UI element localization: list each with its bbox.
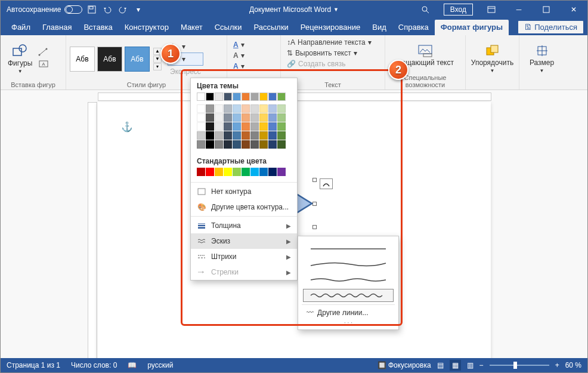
view-print-icon[interactable]: ▦	[450, 360, 461, 371]
theme-color-swatch[interactable]	[277, 93, 286, 101]
style-preset-2[interactable]: Абв	[97, 47, 122, 72]
tab-mailings[interactable]: Рассылки	[247, 20, 294, 35]
resize-handle-ne[interactable]	[312, 178, 317, 182]
theme-shade-swatch[interactable]	[206, 113, 214, 122]
tab-insert[interactable]: Вставка	[78, 20, 118, 35]
sketch-option-3[interactable]	[303, 273, 394, 286]
standard-color-swatch[interactable]	[206, 168, 214, 176]
theme-shade-swatch[interactable]	[242, 140, 250, 149]
theme-shade-swatch[interactable]	[206, 104, 214, 113]
qat-dropdown-icon[interactable]: ▾	[132, 4, 144, 16]
theme-shade-swatch[interactable]	[242, 131, 250, 140]
theme-shade-swatch[interactable]	[206, 131, 214, 140]
theme-shade-swatch[interactable]	[206, 122, 214, 131]
theme-shade-swatch[interactable]	[268, 122, 277, 131]
login-button[interactable]: Вход	[444, 4, 473, 16]
sketch-option-2[interactable]	[303, 258, 394, 271]
more-colors-item[interactable]: 🎨Другие цвета контура...	[191, 199, 297, 215]
tab-design[interactable]: Конструктор	[119, 20, 175, 35]
standard-color-swatch[interactable]	[250, 168, 259, 176]
theme-shade-swatch[interactable]	[268, 113, 277, 122]
theme-shade-swatch[interactable]	[268, 140, 277, 149]
theme-shade-swatch[interactable]	[268, 104, 277, 113]
theme-shade-swatch[interactable]	[197, 122, 205, 131]
arrange-button[interactable]: Упорядочить▼	[468, 43, 517, 75]
autosave-toggle[interactable]	[64, 5, 82, 14]
create-link-button[interactable]: 🔗 Создать связь	[284, 59, 348, 69]
focus-mode-button[interactable]: 🔲 Фокусировка	[377, 361, 431, 369]
theme-shade-swatch[interactable]	[197, 113, 205, 122]
shapes-button[interactable]: Фигуры▼	[4, 42, 36, 75]
search-icon[interactable]	[411, 1, 439, 19]
close-icon[interactable]: ✕	[560, 1, 587, 19]
theme-shade-swatch[interactable]	[224, 104, 232, 113]
theme-shade-swatch[interactable]	[250, 122, 259, 131]
standard-color-swatch[interactable]	[197, 168, 205, 176]
vertical-ruler[interactable]	[88, 102, 97, 358]
zoom-level[interactable]: 60 %	[565, 361, 581, 369]
tab-review[interactable]: Рецензирование	[295, 20, 366, 35]
theme-shade-swatch[interactable]	[233, 122, 241, 131]
view-read-icon[interactable]: ▤	[437, 361, 444, 369]
save-icon[interactable]	[86, 4, 98, 16]
theme-color-swatch[interactable]	[215, 93, 223, 101]
standard-color-swatch[interactable]	[224, 168, 232, 176]
theme-shade-swatch[interactable]	[277, 113, 286, 122]
edit-shape-icon[interactable]	[38, 48, 50, 58]
tab-shape-format[interactable]: Формат фигуры	[435, 20, 509, 35]
theme-shade-swatch[interactable]	[206, 140, 214, 149]
tab-view[interactable]: Вид	[366, 20, 392, 35]
redo-icon[interactable]	[117, 4, 129, 16]
zoom-out-icon[interactable]: −	[479, 361, 484, 369]
ribbon-mode-icon[interactable]	[478, 1, 505, 19]
maximize-icon[interactable]	[533, 1, 560, 19]
theme-shade-swatch[interactable]	[277, 104, 286, 113]
weight-item[interactable]: Толщина▶	[191, 218, 297, 233]
theme-shade-swatch[interactable]	[259, 104, 268, 113]
no-outline-item[interactable]: Нет контура	[191, 184, 297, 199]
layout-options-icon[interactable]	[320, 178, 333, 189]
share-button[interactable]: 🖻Поделиться	[518, 20, 584, 34]
theme-shade-swatch[interactable]	[250, 113, 259, 122]
theme-shade-swatch[interactable]	[224, 131, 232, 140]
status-spellcheck-icon[interactable]: 📖	[128, 361, 137, 369]
wordart-fill-icon[interactable]: A ▾	[231, 40, 247, 50]
theme-shade-swatch[interactable]	[224, 122, 232, 131]
theme-shade-swatch[interactable]	[197, 140, 205, 149]
standard-color-swatch[interactable]	[268, 168, 277, 176]
tab-layout[interactable]: Макет	[175, 20, 209, 35]
status-word-count[interactable]: Число слов: 0	[71, 361, 117, 369]
theme-color-swatch[interactable]	[242, 93, 250, 101]
undo-icon[interactable]	[101, 4, 113, 16]
theme-shade-swatch[interactable]	[233, 113, 241, 122]
theme-color-swatch[interactable]	[224, 93, 232, 101]
sketch-option-1[interactable]	[303, 242, 394, 255]
theme-shade-swatch[interactable]	[215, 113, 223, 122]
wordart-effects-icon[interactable]: A ▾	[231, 61, 247, 71]
theme-shade-swatch[interactable]	[242, 104, 250, 113]
theme-shade-swatch[interactable]	[224, 140, 232, 149]
theme-shade-swatch[interactable]	[259, 122, 268, 131]
theme-shade-swatch[interactable]	[259, 140, 268, 149]
theme-shade-swatch[interactable]	[233, 131, 241, 140]
theme-shade-swatch[interactable]	[215, 122, 223, 131]
sketch-item[interactable]: Эскиз▶	[191, 233, 297, 249]
theme-shade-swatch[interactable]	[250, 131, 259, 140]
sketch-option-4[interactable]	[303, 289, 394, 302]
theme-color-swatch[interactable]	[268, 93, 277, 101]
title-dropdown-icon[interactable]: ▼	[333, 7, 339, 13]
theme-shade-swatch[interactable]	[242, 122, 250, 131]
zoom-in-icon[interactable]: +	[555, 361, 559, 369]
theme-shade-swatch[interactable]	[197, 131, 205, 140]
theme-shade-swatch[interactable]	[215, 140, 223, 149]
style-preset-1[interactable]: Абв	[70, 47, 95, 72]
tab-home[interactable]: Главная	[36, 20, 78, 35]
theme-shade-swatch[interactable]	[250, 140, 259, 149]
theme-shade-swatch[interactable]	[233, 140, 241, 149]
view-web-icon[interactable]: ▥	[467, 361, 474, 369]
theme-shade-swatch[interactable]	[277, 131, 286, 140]
resize-handle-se[interactable]	[312, 225, 317, 229]
shape-effects-button[interactable]: Экспресс	[168, 67, 203, 76]
theme-shade-swatch[interactable]	[268, 131, 277, 140]
theme-shade-swatch[interactable]	[259, 131, 268, 140]
